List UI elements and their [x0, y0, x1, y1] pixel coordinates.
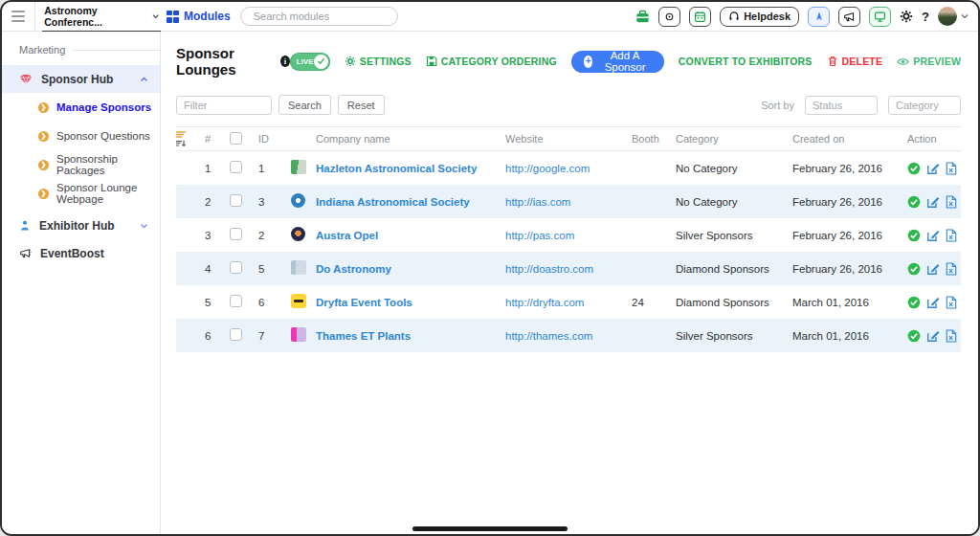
file-remove-icon[interactable]	[946, 329, 957, 343]
gem-icon	[19, 73, 33, 85]
preview-button[interactable]: PREVIEW	[897, 56, 961, 67]
exhibitor-hub-label: Exhibitor Hub	[39, 219, 115, 233]
module-search	[240, 7, 398, 26]
sidebar-item-sponsorship-packages[interactable]: ❯ Sponsorship Packages	[2, 150, 160, 179]
status-active-icon[interactable]	[907, 329, 921, 343]
event-selector-dropdown[interactable]: Astronomy Conferenc...	[42, 2, 161, 32]
status-active-icon[interactable]	[907, 195, 921, 209]
sidebar-item-manage-sponsors[interactable]: ❯ Manage Sponsors	[2, 93, 160, 122]
table-row: 5 6 Dryfta Event Tools http://dryfta.com…	[176, 285, 961, 319]
header-created-on[interactable]: Created on	[792, 133, 907, 145]
created-on-cell: March 01, 2016	[792, 297, 907, 308]
row-checkbox[interactable]	[230, 194, 242, 207]
category-ordering-button[interactable]: CATEGORY ORDERING	[426, 56, 557, 67]
header-company-name[interactable]: Company name	[316, 133, 505, 145]
helpdesk-button[interactable]: Helpdesk	[720, 7, 799, 27]
row-checkbox[interactable]	[230, 261, 242, 274]
header-booth[interactable]: Booth	[632, 133, 676, 145]
company-logo	[291, 294, 306, 308]
display-button[interactable]	[869, 7, 891, 27]
account-menu[interactable]	[938, 7, 969, 26]
filter-input[interactable]	[176, 96, 272, 115]
sort-category-input[interactable]	[888, 96, 961, 115]
delete-button[interactable]: DELETE	[827, 56, 883, 67]
navigation-button[interactable]	[808, 7, 830, 27]
file-remove-icon[interactable]	[946, 162, 957, 175]
website-link[interactable]: http://pas.com	[505, 230, 632, 241]
file-remove-icon[interactable]	[946, 195, 957, 209]
search-button[interactable]: Search	[278, 95, 331, 115]
badge-printing-icon[interactable]	[635, 10, 650, 24]
row-checkbox[interactable]	[230, 161, 242, 173]
convert-to-exhibitors-button[interactable]: CONVERT TO EXHIBITORS	[679, 56, 813, 67]
status-active-icon[interactable]	[907, 229, 921, 242]
file-remove-icon[interactable]	[946, 262, 957, 276]
chevron-down-icon	[140, 223, 148, 229]
help-icon[interactable]: ?	[922, 10, 929, 24]
sidebar-item-sponsor-questions[interactable]: ❯ Sponsor Questions	[2, 122, 160, 150]
sponsor-hub-label: Sponsor Hub	[41, 73, 113, 86]
info-icon[interactable]: i	[280, 56, 290, 67]
company-name-link[interactable]: Indiana Astronomical Society	[316, 196, 505, 208]
chevron-right-icon: ❯	[38, 189, 49, 199]
company-name-link[interactable]: Do Astronomy	[316, 263, 505, 275]
search-modules-input[interactable]	[254, 11, 390, 22]
select-all-checkbox[interactable]	[230, 132, 242, 145]
status-active-icon[interactable]	[907, 296, 921, 309]
scanner-button[interactable]	[658, 7, 680, 27]
file-remove-icon[interactable]	[946, 296, 957, 309]
website-link[interactable]: http://google.com	[505, 163, 632, 174]
sponsor-questions-label: Sponsor Questions	[56, 130, 150, 142]
website-link[interactable]: http://thames.com	[505, 330, 632, 342]
row-checkbox[interactable]	[230, 295, 242, 307]
edit-icon[interactable]	[926, 162, 940, 175]
row-checkbox[interactable]	[230, 328, 242, 341]
sidebar: Marketing Sponsor Hub ❯ Manage Sponsors …	[2, 32, 161, 536]
file-remove-icon[interactable]	[946, 229, 957, 242]
header-number[interactable]: #	[205, 133, 230, 145]
company-name-link[interactable]: Austra Opel	[316, 230, 505, 241]
edit-icon[interactable]	[926, 329, 940, 343]
table-row: 1 1 Hazleton Astronomical Society http:/…	[176, 151, 961, 185]
status-active-icon[interactable]	[907, 162, 921, 175]
sidebar-item-sponsor-lounge-webpage[interactable]: ❯ Sponsor Lounge Webpage	[2, 179, 160, 208]
sort-order-icon[interactable]	[176, 131, 205, 146]
website-link[interactable]: http://dryfta.com	[505, 297, 632, 308]
row-checkbox[interactable]	[230, 228, 242, 240]
sort-status-input[interactable]	[805, 96, 878, 115]
edit-icon[interactable]	[926, 262, 940, 276]
company-name-link[interactable]: Dryfta Event Tools	[316, 297, 505, 308]
table-row: 6 7 Thames ET Plants http://thames.com S…	[176, 319, 961, 352]
header-website[interactable]: Website	[505, 133, 632, 145]
website-link[interactable]: http://ias.com	[505, 196, 632, 208]
settings-gear-icon[interactable]	[900, 10, 913, 23]
header-id[interactable]: ID	[258, 133, 291, 145]
edit-icon[interactable]	[926, 296, 940, 309]
sidebar-item-eventboost[interactable]: EventBoost	[2, 239, 160, 267]
website-link[interactable]: http://doastro.com	[505, 263, 632, 275]
modules-button[interactable]: Modules	[167, 10, 231, 23]
settings-button[interactable]: SETTINGS	[345, 56, 412, 67]
reset-button[interactable]: Reset	[338, 95, 385, 115]
row-number: 5	[205, 297, 230, 308]
company-name-link[interactable]: Thames ET Plants	[316, 330, 505, 342]
live-toggle[interactable]: LIVE	[290, 53, 330, 71]
monitor-icon	[874, 11, 886, 23]
edit-icon[interactable]	[926, 195, 940, 209]
company-name-link[interactable]: Hazleton Astronomical Society	[316, 163, 505, 174]
row-actions	[907, 229, 961, 242]
status-active-icon[interactable]	[907, 262, 921, 276]
divider	[73, 50, 160, 51]
hamburger-menu-icon[interactable]	[2, 11, 29, 22]
sidebar-item-sponsor-hub[interactable]: Sponsor Hub	[2, 65, 160, 93]
live-label: LIVE	[297, 57, 314, 66]
row-id: 7	[258, 330, 291, 342]
edit-icon[interactable]	[926, 229, 940, 242]
window-home-indicator[interactable]	[412, 526, 568, 531]
add-sponsor-button[interactable]: + Add A Sponsor	[571, 51, 664, 73]
row-id: 5	[258, 263, 291, 275]
announcements-button[interactable]	[838, 7, 860, 27]
header-category[interactable]: Category	[676, 133, 792, 145]
sidebar-item-exhibitor-hub[interactable]: Exhibitor Hub	[2, 212, 160, 239]
calendar-button[interactable]	[689, 7, 711, 27]
